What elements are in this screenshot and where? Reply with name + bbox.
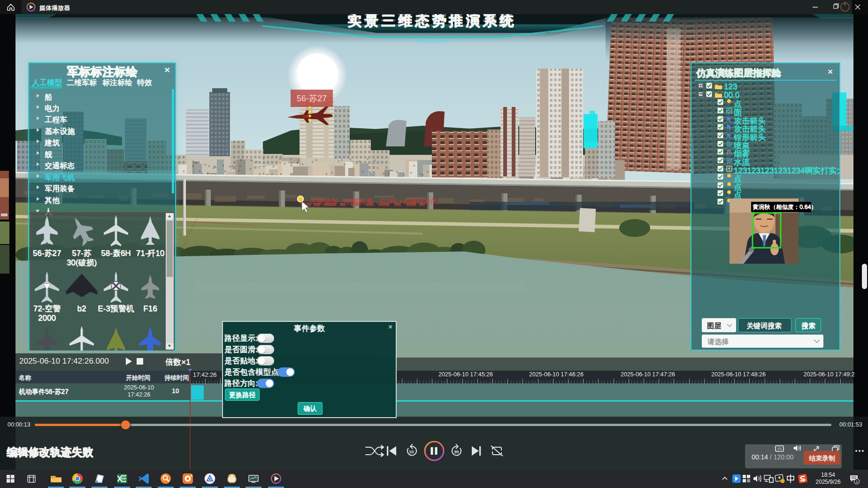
svg-text:左键添加，右键结束，CTRL+右键结束的: 左键添加，右键结束，CTRL+右键结束的: [310, 197, 438, 205]
svg-text:1: 1: [856, 480, 858, 484]
svg-text:56-苏27: 56-苏27: [297, 94, 327, 103]
